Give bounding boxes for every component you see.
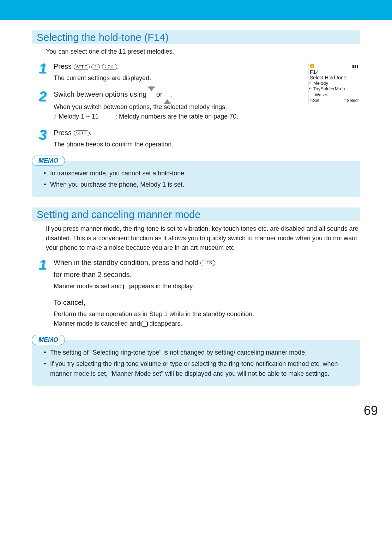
memo-label: MEMO xyxy=(32,156,65,166)
nav-up-icon xyxy=(164,90,170,100)
step-2: 2 Switch between options using or . When… xyxy=(39,89,360,121)
section-title-bar: Selecting the hold-tone (F14) xyxy=(32,30,360,44)
steps-block: 1 When in the standby condition, press a… xyxy=(32,258,360,328)
step-result: The current settings are displayed. xyxy=(54,73,360,83)
step-1: 1 Press SET F 1 4 GHI. The current setti… xyxy=(39,61,360,83)
text: : Melody numbers are the table on page 7… xyxy=(115,113,238,120)
memo-block-2: MEMO The setting of "Selecting ring-tone… xyxy=(32,335,360,386)
section-intro: If you press manner mode, the ring-tone … xyxy=(46,224,360,253)
step-instruction: When in the standby condition, press and… xyxy=(54,258,360,267)
memo-item: The setting of "Selecting ring-tone type… xyxy=(44,348,353,358)
cancel-heading: To cancel, xyxy=(54,297,360,307)
memo-block-1: MEMO In transceiver mode, you cannot set… xyxy=(32,156,360,197)
step-number: 1 xyxy=(39,258,52,328)
nav-down-icon xyxy=(149,90,154,100)
section-intro: You can select one of the 11 preset melo… xyxy=(46,47,360,56)
memo-box: The setting of "Selecting ring-tone type… xyxy=(32,340,360,386)
cancel-instruction: Perform the same operation as in Step 1 … xyxy=(54,309,360,319)
step-instruction: Switch between options using or . xyxy=(54,89,360,100)
header-accent-bar xyxy=(0,0,392,20)
cancel-result: Manner mode is cancelled and disappears. xyxy=(54,319,360,328)
text: or xyxy=(156,90,164,98)
key-set: SET F xyxy=(74,130,90,136)
key-4: 4 GHI xyxy=(102,64,117,70)
memo-item: When you purchase the phone, Melody 1 is… xyxy=(44,180,353,190)
text: . xyxy=(90,129,92,137)
text: Switch between options using xyxy=(54,90,149,98)
text: Press xyxy=(54,62,74,70)
memo-label: MEMO xyxy=(32,335,65,345)
step-1: 1 When in the standby condition, press a… xyxy=(39,258,360,328)
section-title-bar: Setting and canceling manner mode xyxy=(32,207,360,221)
memo-box: In transceiver mode, you cannot set a ho… xyxy=(32,161,360,197)
vibration-icon xyxy=(142,321,147,327)
vibration-icon xyxy=(123,284,129,289)
step-number: 2 xyxy=(39,89,52,121)
text: ♪ Melody 1 ~ 11 xyxy=(54,112,114,121)
text: . xyxy=(117,62,119,70)
step-result: When you switch between options, the sel… xyxy=(54,102,360,112)
page-number: 69 xyxy=(0,403,392,422)
steps-block: 📶▮▮▮ F14 Select Hold-tone Melody ToySold… xyxy=(32,61,360,149)
section-hold-tone: Selecting the hold-tone (F14) You can se… xyxy=(32,30,360,197)
section-title: Setting and canceling manner mode xyxy=(37,209,355,221)
step-number: 1 xyxy=(39,61,52,83)
key-1: 1 xyxy=(91,64,100,70)
section-title: Selecting the hold-tone (F14) xyxy=(37,32,355,43)
step-result: The phone beeps to confirm the operation… xyxy=(54,140,360,149)
key-set: SET F xyxy=(74,64,90,70)
text: Press xyxy=(54,129,74,137)
memo-item: In transceiver mode, you cannot set a ho… xyxy=(44,169,353,179)
text: When in the standby condition, press and… xyxy=(54,259,200,266)
section-manner-mode: Setting and canceling manner mode If you… xyxy=(32,207,360,386)
step-3: 3 Press SET F. The phone beeps to confir… xyxy=(39,128,360,149)
key-uts: UTS xyxy=(200,260,215,266)
text: . xyxy=(170,90,172,98)
step-instruction: Press SET F. xyxy=(54,128,360,138)
step-instruction: Press SET F 1 4 GHI. xyxy=(54,61,360,71)
step-number: 3 xyxy=(39,128,52,149)
text: Manner mode is set and xyxy=(54,283,123,290)
text: Manner mode is cancelled and xyxy=(54,320,142,327)
text: disappears. xyxy=(149,320,182,327)
step-result: Manner mode is set and appears in the di… xyxy=(54,282,360,291)
memo-item: If you try selecting the ring-tone volum… xyxy=(44,359,353,379)
text: appears in the display. xyxy=(131,283,194,290)
step-instruction-line2: for more than 2 seconds. xyxy=(54,270,360,279)
page-content: Selecting the hold-tone (F14) You can se… xyxy=(0,20,392,403)
step-note: ♪ Melody 1 ~ 11 : Melody numbers are the… xyxy=(54,112,360,121)
